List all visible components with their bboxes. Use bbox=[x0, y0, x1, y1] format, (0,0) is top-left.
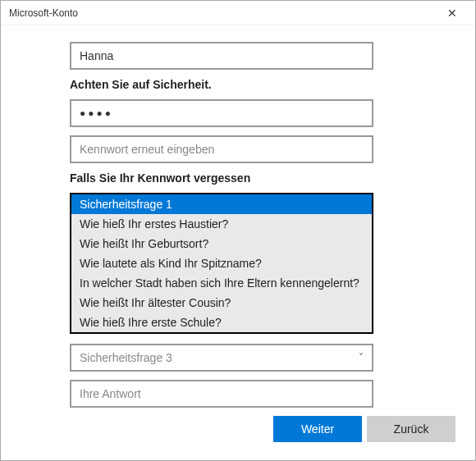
password-input[interactable]: ●●●● bbox=[70, 99, 373, 127]
forgot-heading: Falls Sie Ihr Kennwort vergessen bbox=[70, 171, 406, 185]
password-confirm-input[interactable]: Kennwort erneut eingeben bbox=[70, 135, 373, 163]
dropdown-option[interactable]: Wie lautete als Kind Ihr Spitzname? bbox=[71, 253, 372, 273]
dropdown-option[interactable]: In welcher Stadt haben sich Ihre Eltern … bbox=[71, 273, 372, 293]
password-confirm-placeholder: Kennwort erneut eingeben bbox=[80, 143, 214, 156]
security-question-3-select[interactable]: Sicherheitsfrage 3 ˅ bbox=[70, 344, 373, 372]
next-label: Weiter bbox=[301, 422, 334, 436]
dialog-window: Microsoft-Konto ✕ Hanna Achten Sie auf S… bbox=[0, 0, 476, 461]
dropdown-option[interactable]: Wie hieß Ihr erstes Haustier? bbox=[71, 214, 372, 234]
content-area: Hanna Achten Sie auf Sicherheit. ●●●● Ke… bbox=[1, 25, 475, 408]
password-mask: ●●●● bbox=[80, 107, 113, 119]
window-title: Microsoft-Konto bbox=[9, 7, 78, 19]
chevron-down-icon: ˅ bbox=[359, 352, 364, 363]
dropdown-option[interactable]: Wie heißt Ihr Geburtsort? bbox=[71, 234, 372, 253]
select-placeholder: Sicherheitsfrage 3 bbox=[80, 351, 172, 364]
dropdown-option[interactable]: Wie hieß Ihre erste Schule? bbox=[71, 313, 372, 332]
answer-input[interactable]: Ihre Antwort bbox=[70, 380, 373, 408]
name-value: Hanna bbox=[80, 49, 113, 62]
answer-placeholder: Ihre Antwort bbox=[80, 387, 141, 400]
security-question-1-dropdown[interactable]: Sicherheitsfrage 1 Wie hieß Ihr erstes H… bbox=[70, 193, 373, 334]
name-input[interactable]: Hanna bbox=[70, 42, 373, 70]
back-label: Zurück bbox=[394, 422, 429, 436]
dropdown-option[interactable]: Wie heißt Ihr ältester Cousin? bbox=[71, 293, 372, 313]
dropdown-option[interactable]: Sicherheitsfrage 1 bbox=[71, 194, 372, 214]
close-button[interactable]: ✕ bbox=[436, 2, 469, 25]
close-icon: ✕ bbox=[447, 7, 457, 20]
security-heading: Achten Sie auf Sicherheit. bbox=[70, 78, 406, 91]
next-button[interactable]: Weiter bbox=[273, 416, 362, 442]
back-button[interactable]: Zurück bbox=[367, 416, 455, 442]
button-row: Weiter Zurück bbox=[273, 416, 455, 442]
titlebar: Microsoft-Konto ✕ bbox=[1, 1, 475, 25]
